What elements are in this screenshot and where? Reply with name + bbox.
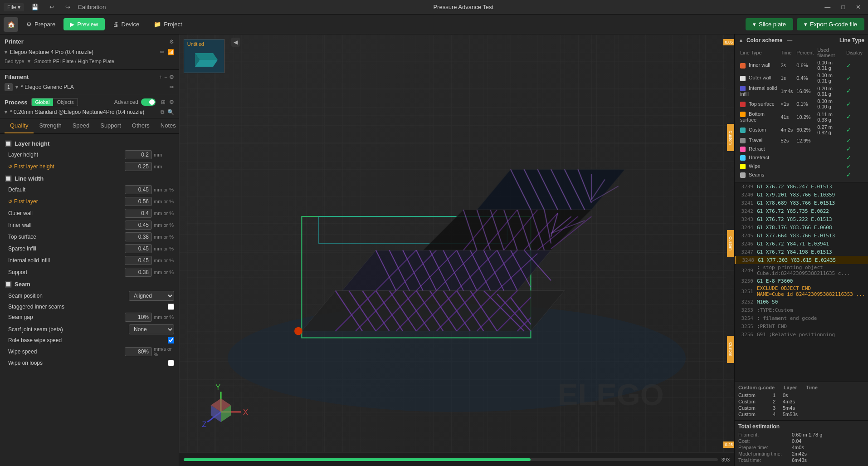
color-cell-display[interactable]: ✓ <box>844 136 864 145</box>
gcode-panel[interactable]: 3239 G1 X76.72 Y86.247 E.01513 3240 G1 X… <box>735 182 868 382</box>
gcode-line[interactable]: 3241 G1 X78.689 Y83.766 E.01513 <box>735 199 868 207</box>
col-header-type: Line Type <box>738 46 779 59</box>
device-tab[interactable]: 🖨 Device <box>107 18 146 30</box>
redo-button[interactable]: ↪ <box>62 2 74 12</box>
filament-title: Filament <box>5 74 29 80</box>
gcode-line[interactable]: 3250 G1 E-8 F3600 <box>735 277 868 285</box>
printer-wifi-icon[interactable]: 📶 <box>167 49 174 55</box>
tab-strength[interactable]: Strength <box>34 118 67 133</box>
gcode-line[interactable]: 3245 G1 X77.664 Y83.766 E.01513 <box>735 231 868 240</box>
gcode-line[interactable]: 3256 G91 ;Relative positionning <box>735 330 868 338</box>
color-scheme-collapse-icon[interactable]: ▲ <box>738 37 744 44</box>
color-cell-display[interactable]: ✓ <box>844 72 864 84</box>
seam-position-select[interactable]: Aligned Nearest Random <box>129 291 174 301</box>
process-tabs: Quality Strength Speed Support Others No… <box>0 118 179 134</box>
filament-remove-icon[interactable]: − <box>164 74 167 80</box>
first-layer-width-input[interactable] <box>125 197 152 206</box>
layer-height-group-header[interactable]: 🔲 Layer height <box>5 137 174 149</box>
gcode-line[interactable]: 3254 ; filament end gcode <box>735 314 868 322</box>
gcode-line[interactable]: 3244 G1 X78.176 Y83.766 E.0608 <box>735 223 868 231</box>
seam-group-header[interactable]: 🔲 Seam <box>5 278 174 289</box>
color-cell-display[interactable]: ✓ <box>844 110 864 123</box>
first-layer-width-refresh-icon[interactable]: ↺ <box>8 199 12 205</box>
process-search-icon[interactable]: 🔍 <box>167 109 174 115</box>
color-cell-display[interactable]: ✓ <box>844 171 864 179</box>
file-menu[interactable]: File ▾ <box>4 3 24 11</box>
process-layout-icon[interactable]: ⊞ <box>161 99 166 105</box>
wipe-on-loops-checkbox[interactable] <box>168 360 174 366</box>
process-settings-icon[interactable]: ⚙ <box>169 99 174 105</box>
gcode-line[interactable]: 3249 ; stop printing object Cube.id:8244… <box>735 264 868 277</box>
3d-scene[interactable]: ELEGO X Y Z <box>179 34 734 452</box>
gcode-line[interactable]: 3243 G1 X76.72 Y85.222 E.01513 <box>735 215 868 223</box>
tab-support[interactable]: Support <box>95 118 127 133</box>
left-panel: Printer ⚙ ▾ Elegoo Neptune 4 Pro (0.4 no… <box>0 34 179 466</box>
close-button[interactable]: ✕ <box>852 2 864 12</box>
wipe-speed-input[interactable] <box>125 347 152 356</box>
top-surface-width-input[interactable] <box>125 232 152 241</box>
scarf-joint-select[interactable]: None <box>129 324 174 334</box>
tab-quality[interactable]: Quality <box>5 118 34 133</box>
color-cell-display[interactable]: ✓ <box>844 84 864 98</box>
gcode-line[interactable]: 3252 M106 S0 <box>735 298 868 306</box>
tab-speed[interactable]: Speed <box>67 118 95 133</box>
process-objects-toggle[interactable]: Objects <box>53 98 77 106</box>
role-base-wipe-checkbox[interactable] <box>168 337 174 343</box>
project-tab[interactable]: 📁 Project <box>147 18 188 30</box>
staggered-seams-checkbox[interactable] <box>168 304 174 310</box>
printer-edit-icon[interactable]: ✏ <box>160 49 165 55</box>
minimize-button[interactable]: — <box>821 2 834 12</box>
collapse-icon[interactable]: ◀ <box>231 39 240 45</box>
color-cell-display[interactable]: ✓ <box>844 59 864 72</box>
filament-add-icon[interactable]: + <box>159 74 162 80</box>
gcode-line[interactable]: 3239 G1 X76.72 Y86.247 E.01513 <box>735 182 868 191</box>
first-layer-height-input[interactable] <box>125 162 152 171</box>
advanced-toggle[interactable] <box>141 98 156 106</box>
prepare-tab[interactable]: ⚙ Prepare <box>20 18 62 30</box>
gcode-line[interactable]: 3251 EXCLUDE_OBJECT_END NAME=Cube_id_824… <box>735 285 868 298</box>
gcode-line[interactable]: 3253 ;TYPE:Custom <box>735 306 868 314</box>
color-cell-display[interactable]: ✓ <box>844 145 864 153</box>
gcode-line[interactable]: 3255 ;PRINT END <box>735 322 868 330</box>
color-cell-display[interactable]: ✓ <box>844 153 864 162</box>
color-scheme-section: ▲ Color scheme — Line Type Line Type Tim… <box>735 34 868 182</box>
wipe-on-loops-row: Wipe on loops <box>5 358 174 368</box>
support-width-input[interactable] <box>125 268 152 277</box>
first-layer-refresh-icon[interactable]: ↺ <box>8 164 12 170</box>
sparse-infill-width-input[interactable] <box>125 244 152 253</box>
process-copy-icon[interactable]: ⧉ <box>161 109 165 115</box>
center-3d-view[interactable]: Untitled ◀ <box>179 34 734 466</box>
layer-height-input[interactable] <box>125 150 152 159</box>
gcode-line[interactable]: 3248 G1 X77.303 Y83.615 E.02435 <box>735 256 868 264</box>
view-progress-bar[interactable]: 393 <box>179 453 734 466</box>
color-cell-display[interactable]: ✓ <box>844 162 864 171</box>
svg-text:Y: Y <box>215 383 220 391</box>
filament-settings-icon[interactable]: ⚙ <box>169 74 174 80</box>
seam-gap-input[interactable] <box>125 313 152 322</box>
preview-tab[interactable]: ▶ Preview <box>63 18 104 30</box>
gcode-line[interactable]: 3242 G1 X76.72 Y85.735 E.0822 <box>735 207 868 215</box>
maximize-button[interactable]: □ <box>838 2 848 12</box>
export-button[interactable]: ▾ Export G-code file <box>797 18 864 30</box>
default-width-input[interactable] <box>125 185 152 194</box>
undo-button[interactable]: ↩ <box>46 2 58 12</box>
color-cell-used: 0.11 m 0.33 g <box>815 110 844 123</box>
outer-wall-width-input[interactable] <box>125 209 152 218</box>
process-global-toggle[interactable]: Global <box>32 98 54 106</box>
inner-wall-width-input[interactable] <box>125 221 152 230</box>
preview-label: Preview <box>77 21 98 28</box>
prepare-icon: ⚙ <box>26 21 32 28</box>
color-cell-display[interactable]: ✓ <box>844 98 864 110</box>
gcode-line[interactable]: 3247 G1 X76.72 Y84.198 E.01513 <box>735 248 868 256</box>
tab-notes[interactable]: Notes <box>155 118 179 133</box>
save-button[interactable]: 💾 <box>28 2 42 12</box>
line-width-group-header[interactable]: 🔲 Line width <box>5 172 174 184</box>
internal-solid-infill-width-input[interactable] <box>125 256 152 265</box>
slice-button[interactable]: ▾ Slice plate <box>746 18 793 30</box>
color-cell-display[interactable]: ✓ <box>844 123 864 136</box>
tab-others[interactable]: Others <box>127 118 155 133</box>
gcode-line[interactable]: 3246 G1 X76.72 Y84.71 E.03941 <box>735 240 868 248</box>
gcode-line[interactable]: 3240 G1 X79.201 Y83.766 E.10359 <box>735 191 868 199</box>
printer-settings-icon[interactable]: ⚙ <box>169 39 174 45</box>
filament-edit-icon[interactable]: ✏ <box>170 84 174 90</box>
